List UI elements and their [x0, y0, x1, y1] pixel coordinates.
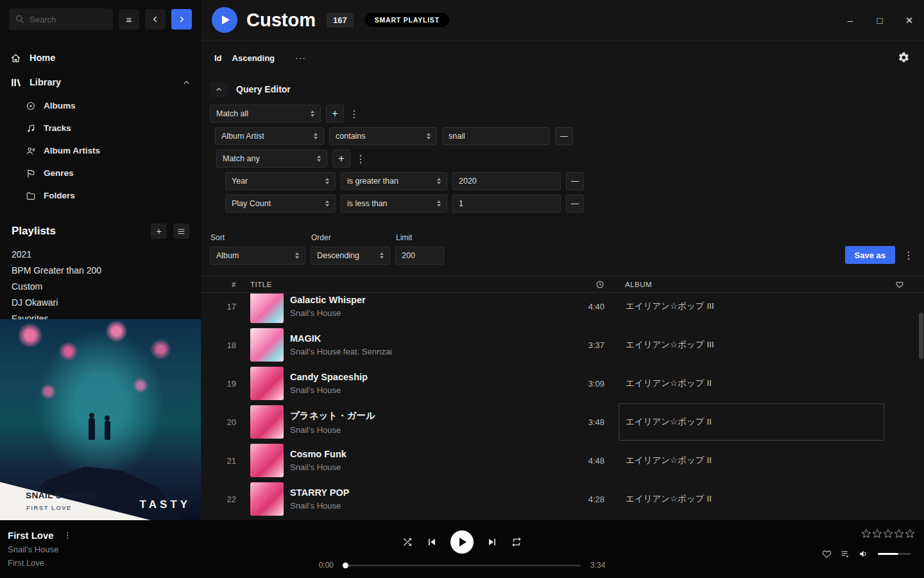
add-rule-button[interactable]: + [332, 150, 350, 168]
window-controls: – □ ✕ [845, 0, 914, 40]
column-favorite[interactable] [884, 280, 915, 289]
playlist-list-button[interactable] [173, 223, 189, 239]
minimize-button[interactable]: – [845, 15, 855, 26]
order-select[interactable]: Descending [311, 247, 390, 265]
play-playlist-button[interactable] [212, 7, 237, 33]
remove-rule-button[interactable]: — [555, 127, 573, 145]
previous-button[interactable] [425, 536, 438, 548]
rule-value-field[interactable] [442, 127, 550, 145]
group-menu-button[interactable]: ⋮ [349, 108, 357, 120]
column-duration[interactable] [515, 280, 604, 289]
star-icon[interactable] [894, 529, 904, 539]
playlist-item[interactable]: Custom [0, 279, 201, 295]
search-box[interactable] [9, 8, 113, 30]
sidebar-item-genres[interactable]: Genres [0, 162, 201, 184]
search-input[interactable] [30, 15, 100, 24]
match-mode-select[interactable]: Match all [210, 105, 321, 123]
chevron-up-icon [182, 78, 191, 87]
repeat-button[interactable] [511, 536, 522, 548]
maximize-button[interactable]: □ [875, 15, 885, 26]
star-icon[interactable] [872, 529, 882, 539]
limit-field[interactable] [395, 247, 444, 265]
queue-button[interactable] [841, 549, 850, 559]
rule-value-input[interactable] [459, 199, 554, 208]
rule-field-select[interactable]: Year [225, 172, 336, 190]
playlist-item[interactable]: DJ Okawari [0, 295, 201, 311]
playlist-item[interactable]: 2021 [0, 247, 201, 263]
limit-input[interactable] [402, 251, 438, 260]
collapse-query-editor-button[interactable] [210, 82, 228, 97]
page-title: Custom [246, 10, 316, 31]
track-row[interactable]: 21 Cosmo Funk Snail’s House 4:48 エイリアン☆ポ… [201, 441, 924, 480]
track-row[interactable]: 17 Galactic Whisper Snail’s House 4:40 エ… [201, 293, 924, 326]
seek-bar[interactable] [343, 565, 581, 566]
favorite-button[interactable] [821, 548, 832, 559]
volume-button[interactable] [859, 548, 869, 559]
rule-value-input[interactable] [459, 177, 554, 186]
seek-knob[interactable] [343, 563, 348, 568]
track-album[interactable]: エイリアン☆ポップ II [619, 480, 884, 518]
rule-operator-select[interactable]: is greater than [341, 172, 447, 190]
column-album[interactable]: ALBUM [619, 281, 884, 288]
forward-button[interactable] [171, 9, 192, 30]
rule-operator-select[interactable]: is less than [341, 195, 447, 213]
rule-value-input[interactable] [449, 132, 543, 141]
query-editor: Query Editor Match all + ⋮ Album Artist … [210, 82, 584, 217]
save-menu-button[interactable]: ⋮ [903, 249, 911, 261]
track-row[interactable]: 22 STARRY POP Snail’s House 4:28 エイリアン☆ポ… [201, 480, 924, 518]
star-icon[interactable] [883, 529, 893, 539]
sidebar-item-album-artists[interactable]: Album Artists [0, 139, 201, 162]
star-icon[interactable] [905, 529, 915, 539]
playlist-item[interactable]: BPM Greater than 200 [0, 263, 201, 279]
column-title[interactable]: TITLE [250, 281, 515, 288]
scrollbar-thumb[interactable] [919, 313, 923, 359]
track-row[interactable]: 18 MAGIK Snail’s House feat. Sennzai 3:3… [201, 326, 924, 364]
sort-order-button[interactable]: Ascending [232, 53, 275, 63]
sidebar-item-library[interactable]: Library [0, 70, 201, 94]
track-row[interactable]: 19 Candy Spaceship Snail’s House 3:09 エイ… [201, 364, 924, 403]
column-number[interactable]: # [214, 281, 236, 288]
track-row[interactable]: 20 プラネット・ガール Snail’s House 3:48 エイリアン☆ポッ… [201, 403, 924, 441]
shuffle-button[interactable] [402, 536, 413, 548]
rule-field-select[interactable]: Album Artist [215, 127, 324, 145]
sidebar-item-label: Home [30, 53, 55, 63]
settings-gear-icon[interactable] [898, 51, 910, 64]
sort-select[interactable]: Album [210, 247, 305, 265]
sidebar-item-tracks[interactable]: Tracks [0, 117, 201, 139]
track-album[interactable]: エイリアン☆ポップ II [619, 442, 884, 479]
track-album[interactable]: エイリアン☆ポップ II [619, 365, 884, 402]
add-playlist-button[interactable]: + [151, 223, 167, 239]
rule-value-field[interactable] [452, 172, 561, 190]
updown-icon [325, 200, 329, 207]
more-options-button[interactable]: ··· [295, 53, 306, 63]
remove-rule-button[interactable]: — [566, 172, 584, 190]
sort-field-button[interactable]: Id [214, 53, 222, 63]
star-icon[interactable] [861, 529, 871, 539]
track-album[interactable]: エイリアン☆ポップ III [619, 293, 884, 325]
chevron-up-icon [215, 85, 223, 93]
now-playing-menu-button[interactable]: ⋮ [64, 530, 71, 540]
rule-field-select[interactable]: Play Count [225, 195, 336, 213]
save-as-button[interactable]: Save as [845, 246, 895, 264]
album-art-thumb [250, 328, 284, 362]
track-duration: 3:37 [515, 340, 604, 350]
volume-slider[interactable] [878, 553, 911, 555]
match-mode-select[interactable]: Match any [216, 150, 327, 168]
track-album-hovered[interactable]: エイリアン☆ポップ II [619, 403, 884, 441]
sidebar-item-home[interactable]: Home [0, 46, 201, 70]
close-button[interactable]: ✕ [904, 15, 914, 26]
next-button[interactable] [486, 536, 499, 548]
sidebar-item-albums[interactable]: Albums [0, 94, 201, 117]
menu-button[interactable]: ≡ [119, 9, 139, 30]
rule-operator-select[interactable]: contains [329, 127, 437, 145]
back-button[interactable] [145, 9, 166, 30]
now-playing-title: First Love [8, 530, 54, 541]
group-menu-button[interactable]: ⋮ [355, 153, 363, 165]
add-rule-button[interactable]: + [326, 105, 344, 123]
play-pause-button[interactable] [450, 530, 474, 554]
track-album[interactable]: エイリアン☆ポップ III [619, 326, 884, 363]
remove-rule-button[interactable]: — [566, 195, 584, 213]
rule-value-field[interactable] [452, 195, 561, 213]
sidebar-item-folders[interactable]: Folders [0, 184, 201, 207]
heart-icon [895, 280, 904, 289]
